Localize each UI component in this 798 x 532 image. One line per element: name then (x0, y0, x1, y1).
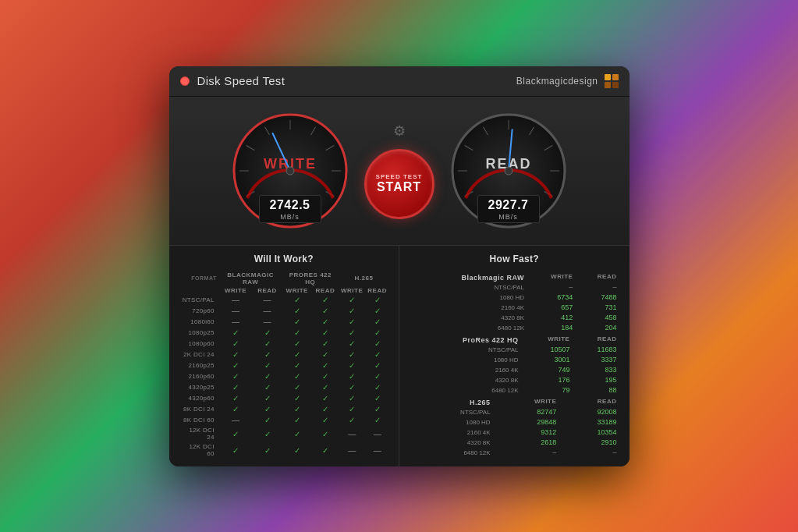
write-speed-value: – (527, 282, 576, 293)
read-speed-value: 833 (573, 365, 619, 375)
prores-read-header: READ (312, 286, 339, 295)
check-cell: ✓ (282, 328, 312, 339)
format-cell: 4320p60 (179, 393, 219, 404)
format-cell: 1080p60 (179, 339, 219, 349)
check-cell: — (252, 295, 282, 306)
check-cell: ✓ (282, 317, 312, 328)
section-header-row: ProRes 422 HQWRITEREAD (409, 333, 620, 345)
write-speed-value: 82747 (494, 407, 560, 417)
titlebar: Disk Speed Test Blackmagicdesign (169, 66, 630, 97)
close-button[interactable] (180, 76, 190, 86)
check-cell: ✓ (339, 295, 365, 306)
svg-point-25 (505, 167, 512, 175)
speed-row: 6480 12K–– (409, 448, 620, 458)
format-cell: 2160p60 (179, 371, 219, 382)
check-cell: ✓ (365, 306, 389, 317)
speed-format-label: 1080 HD (409, 293, 527, 303)
read-gauge-container: READ 2927.7 MB/s (450, 112, 567, 229)
speed-row: 1080 HD30013337 (409, 355, 620, 365)
braw-header: Blackmagic RAW (219, 271, 282, 286)
check-cell: ✓ (365, 328, 389, 339)
check-cell: — (219, 295, 253, 306)
read-value: 2927.7 (484, 197, 533, 212)
check-cell: ✓ (339, 415, 365, 426)
braw-read-header: READ (252, 286, 282, 295)
speed-format-label: 2160 4K (409, 303, 527, 313)
check-cell: ✓ (282, 382, 312, 393)
check-cell: — (219, 415, 253, 426)
section-header-row: Blackmagic RAWWRITEREAD (409, 271, 620, 282)
speed-format-label: 4320 8K (409, 375, 522, 385)
write-gauge: WRITE 2742.5 MB/s (232, 112, 349, 229)
format-cell: 4320p25 (179, 382, 219, 393)
check-cell: ✓ (312, 371, 339, 382)
check-cell: ✓ (282, 339, 312, 349)
table-row: 4320p25✓✓✓✓✓✓ (179, 382, 390, 393)
section-header-row: H.265WRITEREAD (409, 395, 620, 407)
write-speed-value: – (494, 448, 560, 458)
check-cell: ✓ (252, 349, 282, 360)
check-cell: — (219, 306, 253, 317)
table-row: 2160p25✓✓✓✓✓✓ (179, 360, 390, 371)
check-cell: ✓ (282, 371, 312, 382)
format-cell: 2160p25 (179, 360, 219, 371)
check-cell: ✓ (365, 339, 389, 349)
read-value-box: 2927.7 MB/s (477, 195, 540, 222)
how-fast-content: Blackmagic RAWWRITEREADNTSC/PAL––1080 HD… (409, 271, 620, 458)
speed-table: Blackmagic RAWWRITEREADNTSC/PAL––1080 HD… (409, 271, 620, 333)
speed-format-label: 2160 4K (409, 427, 494, 438)
speed-table: H.265WRITEREADNTSC/PAL82747920081080 HD2… (409, 395, 620, 458)
table-row: 12K DCI 24✓✓✓✓—— (179, 426, 390, 442)
check-cell: ✓ (339, 404, 365, 415)
check-cell: — (339, 442, 365, 459)
speed-row: 2160 4K657731 (409, 303, 620, 313)
speed-format-label: 6480 12K (409, 385, 522, 395)
read-speed-value: 10354 (559, 427, 619, 438)
start-button[interactable]: SPEED TEST START (364, 149, 434, 219)
check-cell: ✓ (365, 371, 389, 382)
check-cell: ✓ (312, 349, 339, 360)
check-cell: ✓ (312, 442, 339, 459)
titlebar-left: Disk Speed Test (180, 74, 286, 87)
speed-row: 4320 8K412458 (409, 313, 620, 323)
check-cell: — (339, 426, 365, 442)
speed-row: NTSC/PAL1050711683 (409, 345, 620, 355)
check-cell: ✓ (282, 349, 312, 360)
check-cell: ✓ (219, 442, 253, 459)
check-cell: ✓ (219, 349, 253, 360)
will-it-work-title: Will It Work? (179, 254, 390, 264)
h265-write-header: WRITE (339, 286, 365, 295)
speed-row: 4320 8K26182910 (409, 438, 620, 448)
speed-format-label: NTSC/PAL (409, 282, 527, 293)
check-cell: — (365, 426, 389, 442)
check-cell: ✓ (312, 415, 339, 426)
write-speed-value: 6734 (527, 293, 576, 303)
check-cell: ✓ (312, 393, 339, 404)
check-cell: ✓ (312, 382, 339, 393)
will-it-work-panel: Will It Work? FORMAT Blackmagic RAW ProR… (169, 246, 400, 466)
section-label: ProRes 422 HQ (409, 333, 522, 345)
read-speed-value: 33189 (559, 417, 619, 427)
check-cell: ✓ (365, 382, 389, 393)
read-speed-value: 11683 (573, 345, 619, 355)
app-window: Disk Speed Test Blackmagicdesign (169, 66, 630, 466)
brand: Blackmagicdesign (516, 74, 619, 88)
check-cell: ✓ (219, 360, 253, 371)
table-row: NTSC/PAL——✓✓✓✓ (179, 295, 390, 306)
check-cell: ✓ (252, 415, 282, 426)
write-speed-value: 29848 (494, 417, 560, 427)
read-speed-value: 195 (573, 375, 619, 385)
write-gauge-container: WRITE 2742.5 MB/s (232, 112, 349, 229)
write-speed-value: 3001 (522, 355, 573, 365)
write-speed-value: 79 (522, 385, 573, 395)
write-speed-value: 749 (522, 365, 573, 375)
table-row: 1080p25✓✓✓✓✓✓ (179, 328, 390, 339)
speed-row: NTSC/PAL–– (409, 282, 620, 293)
brand-dot-1 (605, 74, 611, 80)
gauges-section: WRITE 2742.5 MB/s ⚙ SPEED TEST START (169, 97, 630, 245)
check-cell: ✓ (365, 415, 389, 426)
write-speed-value: 10507 (522, 345, 573, 355)
check-cell: — (252, 317, 282, 328)
read-speed-value: 92008 (559, 407, 619, 417)
check-cell: ✓ (219, 339, 253, 349)
